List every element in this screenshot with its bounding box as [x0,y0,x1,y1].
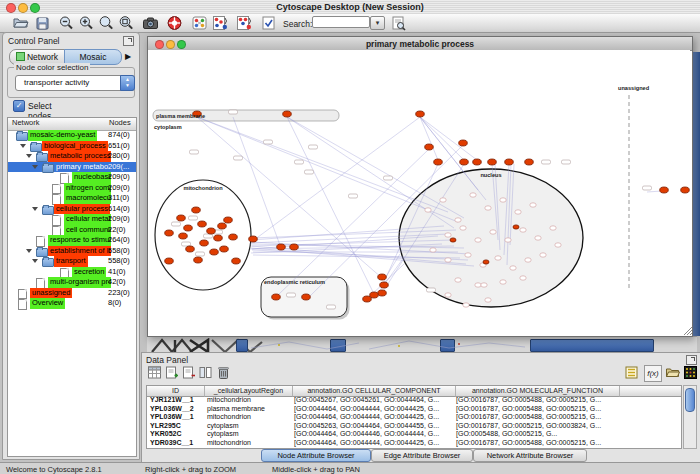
network-node[interactable] [515,210,521,214]
network-node[interactable] [470,193,476,197]
tree-row[interactable]: establishment of lo558(0) [8,246,136,257]
zoom-fit-icon[interactable] [118,15,135,31]
expander-icon[interactable] [26,154,32,158]
network-node[interactable] [218,223,227,229]
save-session-icon[interactable] [34,15,51,31]
network-node[interactable] [229,234,238,240]
network-node[interactable] [210,249,219,255]
network-node[interactable] [475,283,481,287]
network-node[interactable] [460,159,469,165]
snapshot-camera-icon[interactable] [142,15,159,31]
network-node[interactable] [473,159,482,165]
network-node[interactable] [416,111,425,117]
formula-builder-icon[interactable]: f(x) [644,365,662,382]
network-node[interactable] [500,280,506,284]
network-node[interactable] [530,203,536,207]
network-node[interactable] [495,256,501,260]
network-node[interactable] [490,230,496,234]
network-node[interactable] [380,282,389,288]
network-node[interactable] [425,208,431,212]
table-row[interactable]: YKR052Ccytoplasm[GO:0044464, GO:0044446,… [147,430,681,439]
network-node[interactable] [555,243,561,247]
network-node[interactable] [165,230,174,236]
network-node[interactable] [200,240,209,246]
table-row[interactable]: YPL036W__1mitochondrion[GO:0044464, GO:0… [147,413,681,422]
network-node[interactable] [455,218,461,222]
network-node[interactable] [184,225,193,231]
select-nodes-checkbox[interactable]: ✓ [13,100,25,112]
tab-overflow-arrow-icon[interactable]: ▶ [125,52,131,61]
network-node[interactable] [302,294,311,300]
help-lifesaver-icon[interactable] [166,15,183,31]
tree-row[interactable]: metabolic process280(0) [8,151,136,162]
network-node[interactable] [459,140,468,146]
network-node[interactable] [249,236,258,242]
network-node[interactable] [430,248,436,252]
network-node[interactable] [177,215,186,221]
network-node[interactable] [681,187,690,193]
tree-row[interactable]: Overview8(0) [8,298,136,309]
trash-icon[interactable] [216,365,231,380]
network-node[interactable] [194,257,203,263]
network-node[interactable] [535,236,541,240]
network-node[interactable] [277,244,286,250]
network-node[interactable] [520,228,526,232]
tree-row[interactable]: cell communicat22(0) [8,225,136,236]
network-node[interactable] [207,228,216,234]
network-node[interactable] [488,159,497,165]
zoom-out-icon[interactable] [58,15,75,31]
open-file-icon[interactable] [12,15,29,31]
tree-row[interactable]: nucleobase-209(0) [8,172,136,183]
network-node[interactable] [214,235,223,241]
expander-icon[interactable] [26,249,32,253]
network-node[interactable] [378,290,387,296]
network-node[interactable] [445,233,451,237]
network-node[interactable] [483,260,489,264]
tab-node-attribute-browser[interactable]: Node Attribute Browser [261,449,371,462]
network-node[interactable] [660,187,669,193]
network-node[interactable] [525,258,531,262]
attribute-table[interactable]: ID_cellularLayoutRegionannotation.GO CEL… [146,385,682,449]
network-node[interactable] [505,159,514,165]
tree-row[interactable]: nitrogen compo209(0) [8,183,136,194]
search-input[interactable] [312,16,370,28]
float-panel-icon[interactable] [686,355,697,365]
network-overview-icon[interactable] [191,15,208,31]
tab-edge-attribute-browser[interactable]: Edge Attribute Browser [371,449,473,462]
tree-row[interactable]: cellular metabo209(0) [8,214,136,225]
tree-row[interactable]: response to stimulu264(0) [8,235,136,246]
network-node[interactable] [481,283,487,287]
network-node[interactable] [505,238,511,242]
network-node[interactable] [378,274,387,280]
table-scrollbar[interactable] [683,385,697,449]
network-node[interactable] [232,258,241,264]
network-node[interactable] [463,303,469,307]
tree-row[interactable]: biological_process651(0) [8,141,136,152]
expander-icon[interactable] [32,207,38,211]
zoom-in-icon[interactable] [78,15,95,31]
manage-networks-icon[interactable] [260,15,277,31]
network-node[interactable] [460,226,466,230]
select-attributes-icon[interactable] [147,365,162,380]
delete-attribute-icon[interactable] [181,365,196,380]
network-node[interactable] [179,233,188,239]
network-node[interactable] [224,217,233,223]
table-row[interactable]: YLR295Ccytoplasm[GO:0045263, GO:0044464,… [147,422,681,431]
tree-row[interactable]: cellular process614(0) [8,204,136,215]
zoom-selected-icon[interactable] [98,15,115,31]
network-window-titlebar[interactable]: primary metabolic process [148,37,692,51]
tab-network-attribute-browser[interactable]: Network Attribute Browser [473,449,587,462]
resize-grip-icon[interactable] [681,324,693,336]
network-node[interactable] [455,278,461,282]
tree-row[interactable]: multi-organism pro42(0) [8,277,136,288]
network-node[interactable] [440,198,446,202]
create-attribute-icon[interactable] [164,365,179,380]
expander-icon[interactable] [32,259,38,263]
search-dropdown-button[interactable]: ▾ [370,16,385,30]
layout-one-icon[interactable] [212,15,229,31]
network-node[interactable] [550,226,556,230]
attribute-list-icon[interactable] [624,365,639,380]
expander-icon[interactable] [32,165,38,169]
network-node[interactable] [513,225,519,229]
tree-row[interactable]: unassigned223(0) [8,288,136,299]
